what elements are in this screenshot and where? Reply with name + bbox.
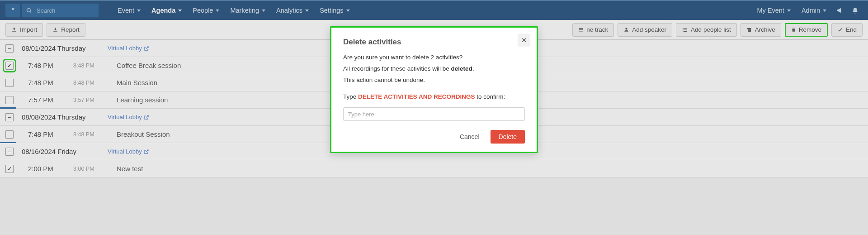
report-label: Report — [61, 26, 80, 33]
modal-confirm-line: Type DELETE ACTIVITIES AND RECORDINGS to… — [343, 93, 525, 100]
day-date: 08/01/2024 Thursday — [22, 44, 108, 52]
button-label: ne track — [586, 26, 608, 33]
download-icon — [52, 27, 58, 33]
event-switcher-label: My Event — [757, 7, 784, 14]
session-checkbox[interactable] — [5, 96, 14, 104]
button-label: Remove — [799, 26, 821, 33]
button-label: Add speaker — [632, 26, 666, 33]
session-title: Main Session — [117, 79, 157, 86]
nav-item-agenda[interactable]: Agenda — [146, 0, 187, 20]
session-start-time: 7:48 PM — [28, 130, 73, 138]
close-icon[interactable]: ✕ — [518, 34, 530, 47]
svg-point-6 — [683, 28, 684, 29]
modal-line3: This action cannot be undone. — [343, 77, 525, 83]
modal-line1: Are you sure you want to delete 2 activi… — [343, 54, 525, 61]
svg-rect-11 — [684, 31, 687, 32]
chevron-down-icon — [262, 10, 265, 12]
nav-item-settings[interactable]: Settings — [314, 0, 355, 20]
list-icon — [682, 27, 688, 33]
chevron-down-icon — [305, 10, 309, 12]
button-label: Archive — [755, 26, 775, 33]
event-switcher[interactable]: My Event — [751, 0, 796, 20]
delete-activities-modal: ✕ Delete activities Are you sure you wan… — [330, 26, 538, 153]
report-button[interactable]: Report — [47, 23, 85, 37]
nav-item-people[interactable]: People — [187, 0, 225, 20]
svg-point-10 — [683, 31, 684, 32]
virtual-lobby-link[interactable]: Virtual Lobby — [108, 45, 149, 52]
session-title: Breakout Session — [117, 130, 170, 138]
global-search[interactable] — [22, 4, 99, 17]
session-title: Coffee Break session — [117, 62, 181, 69]
session-start-time: 7:57 PM — [28, 96, 73, 104]
svg-rect-4 — [579, 31, 583, 32]
session-start-time: 7:48 PM — [28, 62, 73, 69]
chevron-down-icon — [178, 10, 182, 12]
nav-item-marketing[interactable]: Marketing — [225, 0, 271, 20]
announce-icon[interactable] — [832, 0, 847, 20]
session-checkbox[interactable] — [5, 79, 14, 87]
search-input[interactable] — [36, 7, 94, 14]
confirm-input[interactable] — [343, 107, 525, 121]
add-people-list-button[interactable]: Add people list — [676, 23, 737, 37]
nav-item-label: People — [193, 7, 213, 14]
add-speaker-button[interactable]: Add speaker — [618, 23, 672, 37]
session-row[interactable]: 2:00 PM3:00 PMNew test — [0, 160, 868, 177]
ne-track-button[interactable]: ne track — [572, 23, 614, 37]
session-end-time: 8:48 PM — [73, 80, 117, 86]
external-link-icon — [144, 115, 149, 120]
session-title: New test — [117, 165, 143, 173]
button-label: Add people list — [691, 26, 731, 33]
nav-item-label: Settings — [320, 7, 343, 14]
button-label: End — [846, 26, 857, 33]
external-link-icon — [144, 46, 149, 51]
svg-rect-12 — [747, 28, 751, 29]
modal-line2: All recordings for these activities will… — [343, 65, 525, 72]
end-button[interactable]: End — [831, 23, 863, 37]
svg-line-1 — [30, 11, 31, 13]
nav-item-analytics[interactable]: Analytics — [271, 0, 314, 20]
search-icon — [26, 8, 32, 14]
speaker-icon — [623, 27, 629, 33]
chevron-down-icon — [216, 10, 219, 12]
nav-item-label: Analytics — [276, 7, 302, 14]
remove-button[interactable]: Remove — [785, 23, 828, 37]
collapse-toggle[interactable]: − — [5, 148, 14, 156]
import-label: Import — [20, 26, 37, 33]
session-checkbox[interactable] — [5, 130, 14, 139]
virtual-lobby-link[interactable]: Virtual Lobby — [108, 114, 149, 120]
chevron-down-icon — [823, 10, 826, 12]
svg-point-8 — [683, 29, 684, 30]
collapse-toggle[interactable]: − — [5, 44, 14, 53]
session-end-time: 3:57 PM — [73, 97, 117, 103]
session-checkbox[interactable] — [5, 165, 14, 173]
import-button[interactable]: Import — [5, 23, 43, 37]
archive-button[interactable]: Archive — [741, 23, 781, 37]
day-date: 08/16/2024 Friday — [22, 148, 108, 155]
user-menu-label: Admin — [802, 7, 820, 14]
delete-button[interactable]: Delete — [491, 130, 525, 144]
session-start-time: 7:48 PM — [28, 79, 73, 86]
chevron-down-icon — [137, 10, 141, 12]
archive-icon — [746, 27, 752, 33]
session-end-time: 8:48 PM — [73, 131, 117, 138]
session-checkbox[interactable] — [5, 62, 14, 70]
chevron-down-icon — [787, 10, 791, 12]
svg-rect-9 — [684, 29, 687, 30]
nav-item-event[interactable]: Event — [112, 0, 146, 20]
nav-item-label: Event — [118, 7, 134, 14]
collapse-toggle[interactable]: − — [5, 113, 14, 121]
cancel-button[interactable]: Cancel — [457, 133, 482, 141]
svg-rect-3 — [579, 29, 583, 30]
session-start-time: 2:00 PM — [28, 165, 73, 173]
app-logo[interactable]: " — [5, 4, 20, 17]
svg-rect-13 — [748, 29, 751, 32]
virtual-lobby-link[interactable]: Virtual Lobby — [108, 148, 149, 155]
svg-rect-7 — [684, 28, 687, 29]
track-icon — [578, 27, 584, 33]
check-icon — [837, 27, 843, 32]
session-title: Learning session — [117, 96, 168, 104]
trash-icon — [791, 27, 796, 33]
user-menu[interactable]: Admin — [796, 0, 832, 20]
nav-item-label: Agenda — [151, 7, 175, 14]
bell-icon[interactable] — [847, 0, 863, 20]
